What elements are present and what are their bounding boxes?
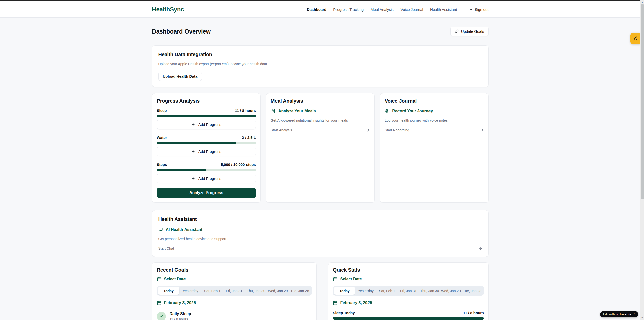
metric-water: Water 2 / 2.5 L Add Progress <box>157 135 256 156</box>
metric-water-label: Water <box>157 135 167 140</box>
quick-stats-title: Quick Stats <box>333 267 484 273</box>
calendar-icon <box>333 277 338 281</box>
voice-journal-card: Voice Journal Record Your Journey Log yo… <box>380 93 488 203</box>
main-content: Dashboard Overview Update Goals Health D… <box>152 27 489 320</box>
scrollbar-up-arrow[interactable]: ▲ <box>640 0 644 4</box>
edit-widget-fab[interactable] <box>630 33 640 44</box>
app-header: HealthSync Dashboard Progress Tracking M… <box>0 1 640 18</box>
sign-out-label: Sign out <box>475 7 488 12</box>
meal-description: Get AI-powered nutritional insights for … <box>271 118 370 122</box>
stats-tab-tue-jan-28[interactable]: Tue, Jan 28 <box>462 287 483 295</box>
analyze-your-meals-link[interactable]: Analyze Your Meals <box>271 109 370 113</box>
integration-description: Upload your Apple Health export (export.… <box>158 62 482 66</box>
integration-title: Health Data Integration <box>158 52 482 57</box>
brand-logo[interactable]: HealthSync <box>152 6 184 13</box>
stats-tab-today[interactable]: Today <box>334 287 355 295</box>
plus-icon <box>191 177 195 180</box>
add-progress-water-button[interactable]: Add Progress <box>157 147 256 156</box>
nav-dashboard[interactable]: Dashboard <box>307 7 326 12</box>
goal-item-daily-sleep: Daily Sleep 11 / 8 hours <box>157 312 312 320</box>
metric-sleep-value: 11 / 8 hours <box>235 108 256 113</box>
stats-tab-yesterday[interactable]: Yesterday <box>355 287 376 295</box>
metric-steps-value: 5,000 / 10,000 steps <box>221 162 256 167</box>
arrow-right-icon <box>478 246 482 250</box>
voice-title: Voice Journal <box>385 98 484 104</box>
metric-water-value: 2 / 2.5 L <box>242 135 256 140</box>
check-circle-icon <box>157 312 166 320</box>
analyze-progress-button[interactable]: Analyze Progress <box>157 188 256 198</box>
stats-select-date-button[interactable]: Select Date <box>333 277 484 281</box>
metric-steps-label: Steps <box>157 162 167 167</box>
utensils-icon <box>271 109 275 113</box>
goals-tab-wed-jan-29[interactable]: Wed, Jan 29 <box>267 287 289 295</box>
log-out-icon <box>468 7 472 11</box>
meal-analysis-card: Meal Analysis Analyze Your Meals Get AI-… <box>266 93 375 203</box>
nav-voice-journal[interactable]: Voice Journal <box>401 7 423 12</box>
upload-health-data-button[interactable]: Upload Health Data <box>158 72 202 81</box>
stats-tab-fri-jan-31[interactable]: Fri, Jan 31 <box>398 287 419 295</box>
recent-goals-title: Recent Goals <box>157 267 312 273</box>
goals-selected-date[interactable]: February 3, 2025 <box>157 301 312 305</box>
sign-out-button[interactable]: Sign out <box>468 7 488 12</box>
lovable-brand-label: lovable <box>620 312 631 316</box>
goals-tab-sat-feb-1[interactable]: Sat, Feb 1 <box>201 287 223 295</box>
stats-tab-thu-jan-30[interactable]: Thu, Jan 30 <box>419 287 440 295</box>
water-progress-bar <box>157 142 256 144</box>
page-title: Dashboard Overview <box>152 28 211 35</box>
calendar-icon <box>333 301 338 305</box>
arrow-right-icon <box>480 128 484 132</box>
scrollbar-down-arrow[interactable]: ▼ <box>640 316 644 320</box>
goals-tab-yesterday[interactable]: Yesterday <box>179 287 201 295</box>
start-chat-action[interactable]: Start Chat <box>158 246 482 250</box>
quick-stats-card: Quick Stats Select Date Today Yesterday … <box>328 262 489 320</box>
plus-icon <box>191 123 195 126</box>
calendar-icon <box>157 301 161 305</box>
record-your-journey-link[interactable]: Record Your Journey <box>385 109 484 113</box>
viewport: HealthSync Dashboard Progress Tracking M… <box>0 0 640 320</box>
stat-sleep-value: 11 / 8 hours <box>463 311 484 315</box>
goal-subtitle: 11 / 8 hours <box>170 317 191 320</box>
health-data-integration-card: Health Data Integration Upload your Appl… <box>152 45 489 87</box>
ai-health-assistant-link[interactable]: AI Health Assistant <box>158 227 482 232</box>
nav-health-assistant[interactable]: Health Assistant <box>430 7 457 12</box>
goals-tab-fri-jan-31[interactable]: Fri, Jan 31 <box>223 287 245 295</box>
nav-progress-tracking[interactable]: Progress Tracking <box>333 7 364 12</box>
goals-select-date-button[interactable]: Select Date <box>157 277 312 281</box>
window-top-strip <box>0 0 640 1</box>
goals-date-tabs: Today Yesterday Sat, Feb 1 Fri, Jan 31 T… <box>157 286 312 296</box>
pencil-icon <box>455 29 459 33</box>
start-recording-action[interactable]: Start Recording <box>385 128 484 132</box>
steps-progress-bar <box>157 169 256 171</box>
nav-meal-analysis[interactable]: Meal Analysis <box>371 7 394 12</box>
goals-tab-today[interactable]: Today <box>158 287 180 295</box>
edit-with-lovable-badge[interactable]: Edit with ♥ lovable × <box>600 311 638 317</box>
voice-description: Log your health journey with voice notes <box>385 118 484 122</box>
stats-tab-wed-jan-29[interactable]: Wed, Jan 29 <box>440 287 462 295</box>
start-analysis-action[interactable]: Start Analysis <box>271 128 370 132</box>
meal-title: Meal Analysis <box>271 98 370 104</box>
update-goals-button[interactable]: Update Goals <box>450 27 489 36</box>
progress-title: Progress Analysis <box>157 98 256 104</box>
chat-bubble-icon <box>158 227 163 232</box>
edit-with-label: Edit with <box>603 313 615 316</box>
logo-icon <box>633 36 638 41</box>
close-icon[interactable]: × <box>633 311 635 315</box>
sleep-progress-bar <box>157 115 256 117</box>
stat-sleep-progress-bar <box>333 317 484 320</box>
main-nav: Dashboard Progress Tracking Meal Analysi… <box>307 7 489 12</box>
metric-sleep: Sleep 11 / 8 hours Add Progress <box>157 108 256 129</box>
goals-tab-tue-jan-28[interactable]: Tue, Jan 28 <box>289 287 311 295</box>
stats-tab-sat-feb-1[interactable]: Sat, Feb 1 <box>376 287 397 295</box>
metric-sleep-label: Sleep <box>157 108 167 113</box>
assistant-title: Health Assistant <box>158 216 482 222</box>
heart-icon: ♥ <box>616 313 618 316</box>
microphone-icon <box>385 109 389 113</box>
stats-selected-date[interactable]: February 3, 2025 <box>333 301 484 305</box>
goals-tab-thu-jan-30[interactable]: Thu, Jan 30 <box>245 287 267 295</box>
add-progress-sleep-button[interactable]: Add Progress <box>157 120 256 129</box>
scrollbar-thumb[interactable] <box>641 4 644 199</box>
stat-sleep-label: Sleep Today <box>333 311 355 315</box>
add-progress-steps-button[interactable]: Add Progress <box>157 174 256 183</box>
assistant-description: Get personalized health advice and suppo… <box>158 237 482 241</box>
vertical-scrollbar[interactable]: ▲ ▼ <box>640 0 644 320</box>
